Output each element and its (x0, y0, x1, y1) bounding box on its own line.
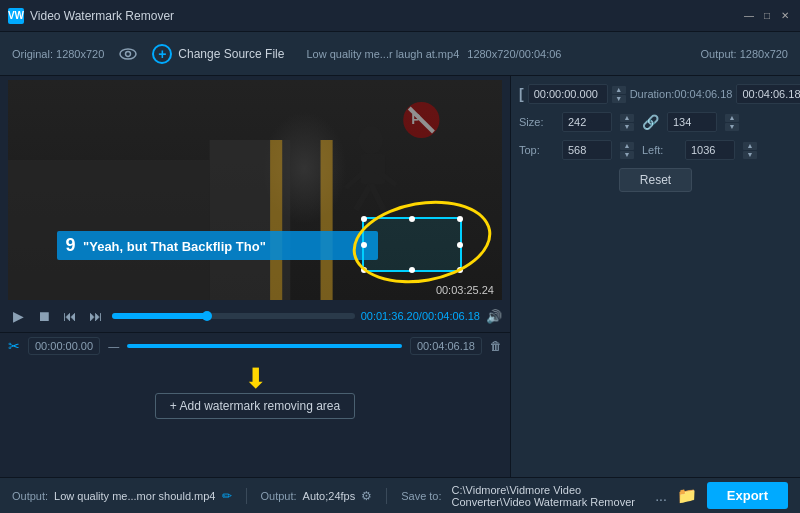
width-input[interactable] (562, 112, 612, 132)
original-resolution-label: Original: 1280x720 (12, 48, 104, 60)
file-meta: 1280x720/00:04:06 (467, 48, 561, 60)
frame-back-button[interactable]: ⏮ (60, 306, 80, 326)
clip-separator: — (108, 340, 119, 352)
minimize-button[interactable]: — (742, 9, 756, 23)
frame-forward-button[interactable]: ⏭ (86, 306, 106, 326)
right-panel: [ ▲ ▼ Duration:00:04:06.18 ▲ ▼ ] Size: ▲… (510, 76, 800, 477)
start-time-spinner: ▲ ▼ (612, 86, 626, 103)
start-time-up[interactable]: ▲ (612, 86, 626, 94)
video-area: P 9 "Yeah, but That Backflip Tho" (0, 76, 510, 477)
link-icon[interactable]: 🔗 (642, 114, 659, 130)
reset-button[interactable]: Reset (619, 168, 692, 192)
add-watermark-button[interactable]: + Add watermark removing area (155, 393, 355, 419)
browse-button[interactable]: ... (655, 488, 667, 504)
position-row: Top: ▲ ▼ Left: ▲ ▼ (519, 140, 792, 160)
clip-bar[interactable] (127, 344, 402, 348)
video-caption: 9 "Yeah, but That Backflip Tho" (57, 231, 378, 260)
handle-ml[interactable] (361, 242, 367, 248)
left-up[interactable]: ▲ (743, 142, 757, 150)
svg-line-9 (371, 184, 386, 215)
width-down[interactable]: ▼ (620, 123, 634, 131)
size-label: Size: (519, 116, 554, 128)
timeline-controls: ▶ ⏹ ⏮ ⏭ 00:01:36.20/00:04:06.18 🔊 (0, 300, 510, 332)
height-up[interactable]: ▲ (725, 114, 739, 122)
top-down[interactable]: ▼ (620, 151, 634, 159)
watermark-selection-box[interactable] (362, 217, 462, 272)
progress-thumb[interactable] (202, 311, 212, 321)
edit-output-icon[interactable]: ✏ (222, 489, 232, 503)
width-spinner: ▲ ▼ (620, 114, 634, 131)
video-timestamp: 00:03:25.24 (436, 284, 494, 296)
caption-number: 9 (65, 235, 75, 255)
end-time-input[interactable] (736, 84, 800, 104)
handle-tl[interactable] (361, 216, 367, 222)
left-label: Left: (642, 144, 677, 156)
output-file-name: Low quality me...mor should.mp4 (54, 490, 215, 502)
svg-rect-5 (321, 140, 333, 300)
add-watermark-area: ⬇ + Add watermark removing area (0, 359, 510, 427)
eye-toggle-button[interactable] (116, 42, 140, 66)
current-time: 00:01:36.20 (361, 310, 419, 322)
svg-point-0 (120, 49, 136, 59)
output-file-row: Output: Low quality me...mor should.mp4 … (12, 489, 232, 503)
title-bar: VW Video Watermark Remover — □ ✕ (0, 0, 800, 32)
svg-rect-4 (270, 140, 282, 300)
playback-time: 00:01:36.20/00:04:06.18 (361, 310, 480, 322)
svg-text:P: P (411, 111, 420, 127)
top-input[interactable] (562, 140, 612, 160)
video-preview[interactable]: P 9 "Yeah, but That Backflip Tho" (8, 80, 502, 300)
size-row: Size: ▲ ▼ 🔗 ▲ ▼ (519, 112, 792, 132)
svg-point-6 (359, 126, 383, 154)
handle-tm[interactable] (409, 216, 415, 222)
progress-fill (112, 313, 207, 319)
left-down[interactable]: ▼ (743, 151, 757, 159)
app-title: Video Watermark Remover (30, 9, 742, 23)
stop-button[interactable]: ⏹ (34, 306, 54, 326)
maximize-button[interactable]: □ (760, 9, 774, 23)
export-button[interactable]: Export (707, 482, 788, 509)
start-time-input[interactable] (528, 84, 608, 104)
caption-text: "Yeah, but That Backflip Tho" (83, 239, 266, 254)
handle-mr[interactable] (457, 242, 463, 248)
svg-point-1 (126, 51, 131, 56)
output-resolution-label: Output: 1280x720 (701, 48, 788, 60)
file-name: Low quality me...r laugh at.mp4 (306, 48, 459, 60)
separator-1 (246, 488, 247, 504)
svg-line-8 (356, 184, 371, 210)
open-folder-button[interactable]: 📁 (677, 486, 697, 505)
duration-label: Duration:00:04:06.18 (630, 88, 733, 100)
bracket-open: [ (519, 86, 524, 102)
save-path: C:\Vidmore\Vidmore Video Converter\Video… (452, 484, 646, 508)
close-button[interactable]: ✕ (778, 9, 792, 23)
top-up[interactable]: ▲ (620, 142, 634, 150)
clip-end: 00:04:06.18 (410, 337, 482, 355)
clip-start: 00:00:00.00 (28, 337, 100, 355)
progress-track[interactable] (112, 313, 355, 319)
app-icon: VW (8, 8, 24, 24)
height-input[interactable] (667, 112, 717, 132)
change-source-button[interactable]: + Change Source File (152, 44, 284, 64)
play-button[interactable]: ▶ (8, 306, 28, 326)
output-settings-label: Output: (261, 490, 297, 502)
height-spinner: ▲ ▼ (725, 114, 739, 131)
left-input[interactable] (685, 140, 735, 160)
bottom-bar: Output: Low quality me...mor should.mp4 … (0, 477, 800, 513)
clip-area: ✂ 00:00:00.00 — 00:04:06.18 🗑 (0, 332, 510, 359)
time-range-row: [ ▲ ▼ Duration:00:04:06.18 ▲ ▼ ] (519, 84, 792, 104)
window-controls: — □ ✕ (742, 9, 792, 23)
top-label: Top: (519, 144, 554, 156)
delete-clip-button[interactable]: 🗑 (490, 339, 502, 353)
start-time-down[interactable]: ▼ (612, 95, 626, 103)
output-file-label: Output: (12, 490, 48, 502)
add-circle-icon: + (152, 44, 172, 64)
svg-rect-2 (8, 160, 210, 300)
main-content: P 9 "Yeah, but That Backflip Tho" (0, 76, 800, 477)
app-icon-text: VW (8, 10, 24, 21)
handle-bm[interactable] (409, 267, 415, 273)
height-down[interactable]: ▼ (725, 123, 739, 131)
volume-icon[interactable]: 🔊 (486, 309, 502, 324)
save-to-label: Save to: (401, 490, 441, 502)
width-up[interactable]: ▲ (620, 114, 634, 122)
settings-icon[interactable]: ⚙ (361, 489, 372, 503)
output-settings-value: Auto;24fps (303, 490, 356, 502)
